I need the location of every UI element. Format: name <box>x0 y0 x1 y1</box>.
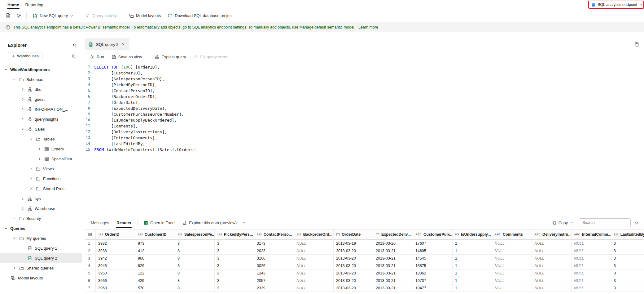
tree-item-sql-query-2[interactable]: SQL query 2 <box>0 253 82 263</box>
collapse-sidebar-icon[interactable] <box>72 43 76 47</box>
column-header-customerid[interactable]: 123CustomerID <box>135 229 175 240</box>
sql-editor[interactable]: 1SELECT TOP (100) [OrderID],2 [CustomerI… <box>82 63 644 216</box>
table-row[interactable]: 33942966833166NULL2013-03-202013-03-2114… <box>85 255 644 262</box>
folder-icon <box>35 176 41 181</box>
chevron-down-icon[interactable] <box>12 78 17 81</box>
chevron-down-icon[interactable] <box>20 127 25 131</box>
save-as-view-button[interactable]: Save as view <box>108 52 146 61</box>
column-header-customerpurc[interactable]: ABCCustomerPurc... <box>413 229 453 240</box>
tree-item-schemas[interactable]: Schemas <box>0 74 82 84</box>
duplicate-icon[interactable] <box>634 42 639 47</box>
tree-item-tables[interactable]: Tables <box>0 134 82 144</box>
chevron-down-icon[interactable] <box>4 227 8 230</box>
chevron-right-icon[interactable] <box>20 207 25 210</box>
chevron-right-icon[interactable] <box>20 197 25 200</box>
chevron-right-icon[interactable] <box>37 147 42 151</box>
chevron-down-icon[interactable] <box>242 221 246 225</box>
query-activity-button[interactable]: Query activity <box>82 11 120 20</box>
column-header-salespersonpe[interactable]: 123SalespersonPe... <box>175 229 215 240</box>
chevron-right-icon[interactable] <box>29 167 33 171</box>
tab-results[interactable]: Results <box>113 216 134 229</box>
table-row[interactable]: 73968570832339NULL2013-03-202013-03-2119… <box>85 284 644 292</box>
chevron-right-icon[interactable] <box>37 157 42 161</box>
chevron-down-icon[interactable] <box>29 137 33 141</box>
table-row[interactable]: 63966429832057NULL2013-03-202013-03-2110… <box>85 277 644 284</box>
table-row[interactable]: 13932973833173NULL2013-03-192013-03-2017… <box>85 240 644 247</box>
search-icon[interactable] <box>72 54 76 59</box>
select-all-cell[interactable] <box>85 229 96 240</box>
chevron-down-icon[interactable] <box>12 237 17 240</box>
column-header-deliveryinstru[interactable]: ABCDeliveryInstru... <box>532 229 572 240</box>
tree-item-specialdea[interactable]: SpecialDea <box>0 154 82 164</box>
search-input[interactable] <box>579 218 631 227</box>
model-layouts-button[interactable]: Model layouts <box>126 11 164 20</box>
column-header-internalcomm[interactable]: ABCInternalComm... <box>572 229 611 240</box>
table-row[interactable]: 23938412832023NULL2013-03-202013-03-2114… <box>85 247 644 255</box>
tree-item-information[interactable]: INFORMATION_... <box>0 104 82 114</box>
chevron-right-icon[interactable] <box>12 266 17 270</box>
column-header-contactperso[interactable]: 123ContactPerso... <box>254 229 294 240</box>
column-header-label: ContactPerso... <box>264 232 292 237</box>
chevron-right-icon[interactable] <box>29 187 33 190</box>
tree-item-queries[interactable]: Queries <box>0 223 82 233</box>
chevron-right-icon[interactable] <box>20 118 25 121</box>
explore-data-button[interactable]: Explore this data (preview) <box>179 218 240 227</box>
tree-item-queryinsights[interactable]: queryinsights <box>0 114 82 124</box>
tree-item-guest[interactable]: guest <box>0 94 82 104</box>
tab-reporting[interactable]: Reporting <box>22 0 47 9</box>
column-header-expecteddeliv[interactable]: ExpectedDeliv... <box>373 229 413 240</box>
column-header-pickedbypers[interactable]: 123PickedByPers... <box>215 229 254 240</box>
explorer-header: Explorer <box>0 40 82 50</box>
column-header-lasteditedby[interactable]: 123LastEditedBy <box>611 229 644 240</box>
tree-item-functions[interactable]: Functions <box>0 174 82 184</box>
tab-sql-query-2[interactable]: SQL query 2 <box>85 38 129 50</box>
explain-query-button[interactable]: Explain query <box>151 52 189 61</box>
chevron-right-icon[interactable] <box>20 98 25 101</box>
new-item-button[interactable] <box>3 11 13 20</box>
chevron-right-icon[interactable] <box>20 108 25 111</box>
tab-home[interactable]: Home <box>4 0 22 9</box>
new-sql-query-button[interactable]: New SQL query <box>29 11 76 20</box>
column-header-orderdate[interactable]: OrderDate <box>334 229 373 240</box>
table-row[interactable]: 53950122831243NULL2013-03-202013-03-2118… <box>85 270 644 277</box>
copy-button[interactable]: Copy <box>550 218 575 227</box>
download-sql-project-button[interactable]: Download SQL database project <box>164 11 236 20</box>
column-header-backorderord[interactable]: 123BackorderOrd... <box>294 229 334 240</box>
tree-item-dbo[interactable]: dbo <box>0 84 82 94</box>
learn-more-link[interactable]: Learn more <box>358 25 378 29</box>
add-warehouses-button[interactable]: Warehouses <box>8 52 42 60</box>
settings-button[interactable] <box>14 11 24 20</box>
column-header-isundersupply[interactable]: 0/1IsUndersupply... <box>453 229 492 240</box>
tree-item-sql-query-1[interactable]: SQL query 1 <box>0 243 82 253</box>
column-header-orderid[interactable]: 123OrderID <box>96 229 135 240</box>
run-button[interactable]: Run <box>86 52 107 61</box>
chevron-right-icon[interactable] <box>20 88 25 91</box>
endpoint-selector[interactable]: SQL analytics endpoint <box>588 1 644 9</box>
tree-item-orders[interactable]: Orders <box>0 144 82 154</box>
tree-item-model-layouts[interactable]: Model layouts <box>0 273 82 283</box>
tree-item-security[interactable]: Security <box>0 213 82 223</box>
table-cell: 1 <box>453 255 492 262</box>
tree-item-shared-queries[interactable]: Shared queries <box>0 263 82 273</box>
chevron-right-icon[interactable] <box>29 177 33 180</box>
tab-messages[interactable]: Messages <box>87 216 112 229</box>
tree-item-wideworldimporters[interactable]: WideWorldImporters <box>0 65 82 74</box>
open-in-excel-button[interactable]: Open in Excel <box>140 218 178 227</box>
tree-item-stored-proc[interactable]: Stored Proc... <box>0 184 82 194</box>
chart-icon <box>182 220 187 225</box>
results-grid[interactable]: 123OrderID123CustomerID123SalespersonPe.… <box>85 229 644 294</box>
close-tab-icon[interactable] <box>121 42 125 46</box>
chevron-right-icon[interactable] <box>12 217 17 220</box>
table-row[interactable]: 43945829833029NULL2013-03-202013-03-2118… <box>85 262 644 270</box>
tree-item-my-queries[interactable]: My queries <box>0 233 82 243</box>
chevron-down-icon[interactable] <box>4 68 8 71</box>
line-number: 9 <box>82 111 90 117</box>
tree-item-sales[interactable]: Sales <box>0 124 82 134</box>
tree-item-views[interactable]: Views <box>0 164 82 174</box>
tree-item-warehouse[interactable]: Warehouse <box>0 203 82 213</box>
fix-query-errors-button[interactable]: Fix query errors <box>190 52 232 61</box>
tree-item-sys[interactable]: sys <box>0 194 82 203</box>
collapse-pane-icon[interactable] <box>634 220 639 225</box>
column-header-comments[interactable]: ABCComments <box>492 229 532 240</box>
plus-icon <box>11 54 15 58</box>
